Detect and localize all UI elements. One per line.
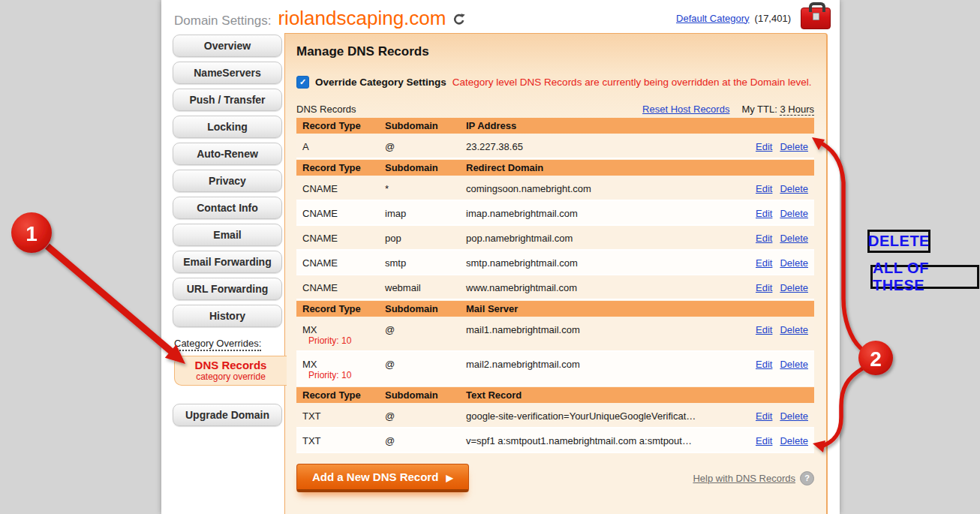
row-actions: EditDelete (748, 233, 808, 244)
sidebar-item-privacy[interactable]: Privacy (173, 170, 282, 192)
record-type-cell: CNAME (302, 233, 385, 244)
record-type-cell: MXPriority: 10 (302, 324, 385, 345)
column-header: Subdomain (385, 162, 466, 173)
delete-link[interactable]: Delete (780, 183, 808, 194)
dns-record-row: CNAMEimapimap.namebrightmail.comEditDele… (296, 201, 814, 226)
column-header: Record Type (302, 389, 385, 401)
delete-link[interactable]: Delete (780, 257, 808, 269)
column-header: Mail Server (466, 303, 733, 314)
sidebar-item-email[interactable]: Email (173, 224, 282, 246)
sidebar-item-contact-info[interactable]: Contact Info (173, 197, 282, 219)
column-header: Record Type (302, 162, 385, 173)
add-dns-record-button[interactable]: Add a New DNS Record▶ (296, 464, 469, 492)
sidebar-buttons: OverviewNameServersPush / TransferLockin… (173, 35, 282, 327)
table-toolbar: DNS Records Reset Host Records My TTL: 3… (296, 104, 814, 115)
record-priority: Priority: 10 (308, 371, 385, 380)
annotation-step-1-badge: 1 (11, 212, 52, 253)
delete-link[interactable]: Delete (780, 410, 808, 422)
briefcase-icon[interactable] (801, 8, 831, 29)
dns-record-row: CNAME*comingsoon.namebright.comEditDelet… (296, 176, 814, 201)
default-category-link[interactable]: Default Category (676, 13, 750, 24)
refresh-icon[interactable] (452, 13, 466, 29)
subdomain-cell: @ (385, 359, 466, 370)
delete-link[interactable]: Delete (780, 141, 808, 152)
edit-link[interactable]: Edit (756, 208, 772, 219)
upgrade-domain-button[interactable]: Upgrade Domain (173, 404, 282, 426)
row-actions: EditDelete (748, 359, 808, 370)
dns-records-label: DNS Records (175, 359, 287, 371)
table-label: DNS Records (296, 104, 356, 115)
sidebar-item-dns-records[interactable]: DNS Records category override (174, 356, 287, 386)
subdomain-cell: webmail (385, 282, 466, 293)
sidebar-item-overview[interactable]: Overview (173, 35, 282, 57)
annotation-delete-note: DELETE (867, 230, 930, 253)
delete-link[interactable]: Delete (780, 359, 808, 370)
dns-record-row: MXPriority: 10@mail2.namebrightmail.comE… (296, 352, 814, 386)
row-actions: EditDelete (748, 257, 808, 269)
step-2-number: 2 (870, 347, 882, 371)
edit-link[interactable]: Edit (756, 233, 772, 244)
record-value-cell: v=spf1 a:smtpout1.namebrightmail.com a:s… (466, 435, 733, 446)
edit-link[interactable]: Edit (756, 359, 772, 370)
row-actions: EditDelete (748, 141, 808, 152)
help-dns-records-link[interactable]: Help with DNS Records (693, 473, 795, 484)
column-header: Record Type (302, 303, 385, 314)
edit-link[interactable]: Edit (756, 282, 772, 293)
dns-record-row: A@23.227.38.65EditDelete (296, 134, 814, 159)
dns-record-row: TXT@google-site-verification=YourUniqueG… (296, 404, 814, 428)
edit-link[interactable]: Edit (756, 324, 772, 335)
delete-link[interactable]: Delete (780, 233, 808, 244)
override-checkbox[interactable] (296, 76, 309, 89)
delete-link[interactable]: Delete (780, 208, 808, 219)
sidebar-item-url-forwarding[interactable]: URL Forwarding (173, 278, 282, 300)
edit-link[interactable]: Edit (756, 183, 772, 194)
dns-record-row: CNAMEwebmailwww.namebrightmail.comEditDe… (296, 275, 814, 300)
sidebar-item-auto-renew[interactable]: Auto-Renew (173, 143, 282, 165)
record-type-cell: TXT (302, 410, 385, 422)
sidebar-item-nameservers[interactable]: NameServers (173, 62, 282, 84)
table-section-header: Record TypeSubdomainRedirect Domain (296, 160, 814, 176)
record-type-cell: MXPriority: 10 (302, 359, 385, 380)
record-priority: Priority: 10 (308, 336, 385, 345)
domain-settings-label: Domain Settings: (174, 14, 271, 29)
arrow-right-icon: ▶ (446, 473, 452, 483)
record-value-cell: www.namebrightmail.com (466, 282, 733, 293)
subdomain-cell: @ (385, 410, 466, 422)
record-type-cell: TXT (302, 435, 385, 446)
delete-link[interactable]: Delete (780, 282, 808, 293)
record-type-cell: CNAME (302, 183, 385, 194)
delete-link[interactable]: Delete (780, 435, 808, 446)
delete-link[interactable]: Delete (780, 324, 808, 335)
question-mark-icon[interactable]: ? (800, 471, 814, 485)
sidebar-item-push-transfer[interactable]: Push / Transfer (173, 89, 282, 111)
record-value-cell: imap.namebrightmail.com (466, 208, 733, 219)
record-type-cell: A (302, 141, 385, 152)
top-header: Domain Settings: riolandscaping.com Defa… (174, 3, 831, 33)
table-section-header: Record TypeSubdomainIP Address (296, 118, 814, 134)
sidebar-item-history[interactable]: History (173, 305, 282, 327)
dns-table: Record TypeSubdomainIP AddressA@23.227.3… (296, 118, 814, 453)
subdomain-cell: smtp (385, 257, 466, 269)
category-overrides-label: Category Overrides: (174, 338, 261, 351)
ttl-value[interactable]: 3 Hours (780, 104, 814, 116)
sidebar-item-locking[interactable]: Locking (173, 116, 282, 138)
edit-link[interactable]: Edit (756, 141, 772, 152)
subdomain-cell: pop (385, 233, 466, 244)
record-type-cell: CNAME (302, 208, 385, 219)
category-override-sublabel: category override (175, 371, 287, 382)
column-header: Text Record (466, 389, 733, 401)
domain-name: riolandscaping.com (278, 7, 446, 30)
record-value-cell: mail1.namebrightmail.com (466, 324, 733, 335)
ttl-label: My TTL: (741, 104, 777, 115)
sidebar-item-email-forwarding[interactable]: Email Forwarding (173, 251, 282, 273)
reset-host-records-link[interactable]: Reset Host Records (642, 104, 729, 115)
record-value-cell: mail2.namebrightmail.com (466, 359, 733, 370)
record-type: CNAME (302, 183, 385, 194)
column-header: IP Address (466, 120, 733, 131)
edit-link[interactable]: Edit (756, 257, 772, 269)
edit-link[interactable]: Edit (756, 410, 772, 422)
annotation-step-2-badge: 2 (858, 341, 893, 375)
row-actions: EditDelete (748, 324, 808, 335)
subdomain-cell: @ (385, 141, 466, 152)
edit-link[interactable]: Edit (756, 435, 772, 446)
